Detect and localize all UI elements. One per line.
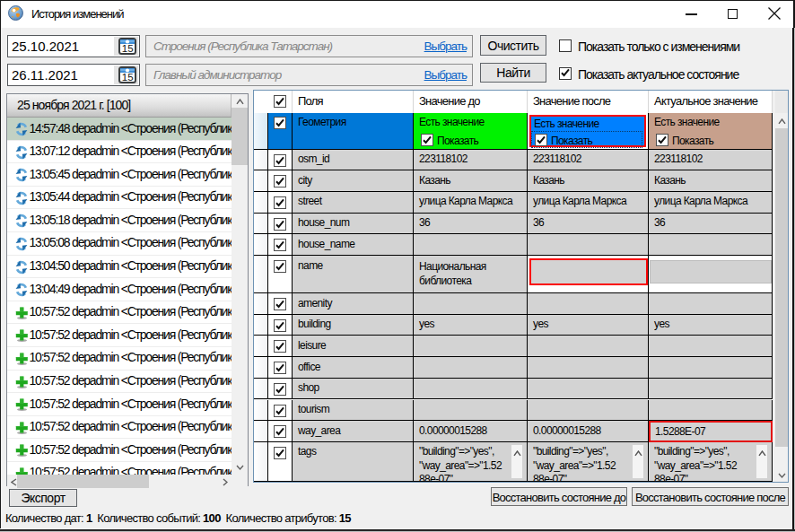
svg-text:15: 15 <box>122 43 134 54</box>
svg-text:15: 15 <box>122 72 134 83</box>
